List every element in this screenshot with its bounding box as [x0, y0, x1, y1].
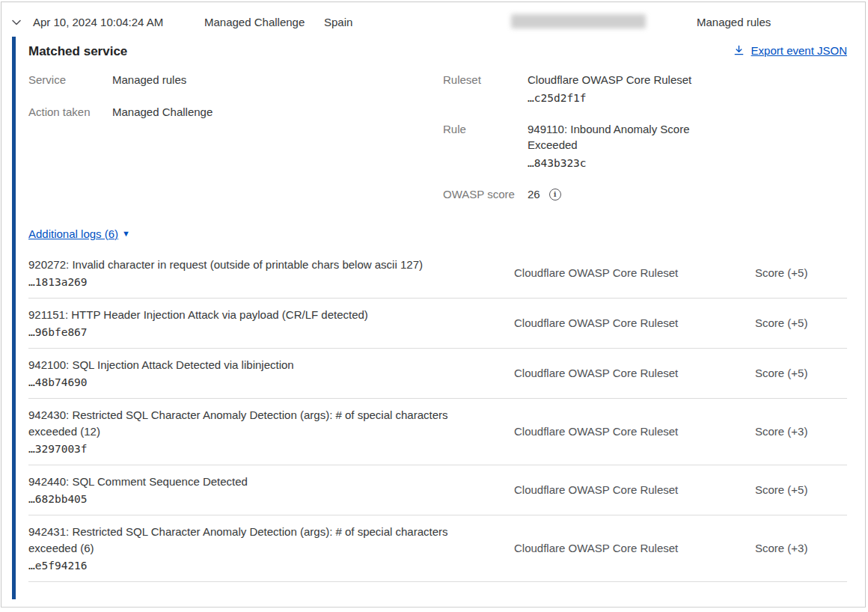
log-row: 942430: Restricted SQL Character Anomaly… [28, 399, 847, 465]
ruleset-name: Cloudflare OWASP Core Ruleset [528, 73, 691, 86]
field-value: 949110: Inbound Anomaly Score Exceeded …… [528, 121, 705, 171]
info-icon[interactable]: i [549, 189, 561, 201]
log-ruleset: Cloudflare OWASP Core Ruleset [514, 483, 701, 496]
additional-logs-table: 920272: Invalid character in request (ou… [28, 248, 847, 582]
field-label: Service [28, 72, 112, 88]
rule-name: 949110: Inbound Anomaly Score Exceeded [528, 123, 690, 151]
log-rule-description: 921151: HTTP Header Injection Attack via… [28, 307, 485, 323]
log-rule-description: 942100: SQL Injection Attack Detected vi… [28, 357, 485, 373]
export-event-json-label: Export event JSON [751, 44, 847, 57]
log-rule-description: 942430: Restricted SQL Character Anomaly… [28, 407, 485, 440]
log-row: 942440: SQL Comment Sequence Detected …6… [28, 465, 847, 515]
log-row: 920272: Invalid character in request (ou… [28, 248, 847, 299]
log-score: Score (+5) [755, 266, 843, 279]
log-score: Score (+3) [755, 542, 843, 554]
event-country: Spain [324, 16, 352, 28]
field-label: OWASP score [443, 186, 528, 202]
additional-logs-toggle[interactable]: Additional logs (6) ▼ [28, 227, 130, 240]
ruleset-id-hash: …c25d2f1f [528, 91, 691, 106]
event-panel: Apr 10, 2024 10:04:24 AM Managed Challen… [1, 1, 866, 608]
field-label: Ruleset [443, 72, 528, 106]
field-owasp-score: OWASP score 26 i [443, 186, 847, 202]
rule-id-hash: …843b323c [528, 156, 705, 171]
download-icon [733, 45, 745, 56]
log-score: Score (+5) [755, 483, 843, 496]
field-label: Action taken [28, 104, 112, 120]
log-score: Score (+5) [755, 316, 843, 329]
field-value: Cloudflare OWASP Core Ruleset …c25d2f1f [528, 72, 691, 106]
event-timestamp: Apr 10, 2024 10:04:24 AM [33, 16, 163, 28]
field-label: Rule [443, 121, 528, 171]
log-row: 921151: HTTP Header Injection Attack via… [28, 299, 847, 349]
log-rule-description: 920272: Invalid character in request (ou… [28, 257, 485, 273]
log-score: Score (+3) [755, 425, 843, 438]
field-ruleset: Ruleset Cloudflare OWASP Core Ruleset …c… [443, 72, 847, 106]
event-detail-panel: Matched service Export event JSON Servic… [1, 37, 865, 605]
event-service: Managed rules [697, 16, 771, 28]
log-ruleset: Cloudflare OWASP Core Ruleset [514, 542, 701, 554]
export-event-json-link[interactable]: Export event JSON [733, 44, 847, 57]
log-rule-description: 942440: SQL Comment Sequence Detected [28, 474, 485, 490]
owasp-score-value: 26 [528, 186, 540, 202]
field-value: Managed Challenge [112, 104, 213, 120]
selected-row-accent-bar [12, 37, 16, 599]
log-row: 942431: Restricted SQL Character Anomaly… [28, 515, 847, 582]
log-rule-id-hash: …682bb405 [28, 493, 485, 505]
log-rule-id-hash: …3297003f [28, 443, 485, 455]
matched-service-title: Matched service [28, 44, 127, 59]
event-action: Managed Challenge [204, 16, 305, 28]
log-ruleset: Cloudflare OWASP Core Ruleset [514, 266, 701, 279]
field-action-taken: Action taken Managed Challenge [28, 104, 443, 120]
field-value: 26 i [528, 186, 561, 202]
log-rule-id-hash: …1813a269 [28, 276, 485, 288]
redacted-hostname [511, 14, 646, 28]
log-score: Score (+5) [755, 367, 843, 379]
log-rule-id-hash: …96bfe867 [28, 326, 485, 338]
log-ruleset: Cloudflare OWASP Core Ruleset [514, 367, 701, 379]
log-rule-description: 942431: Restricted SQL Character Anomaly… [28, 524, 485, 557]
log-ruleset: Cloudflare OWASP Core Ruleset [514, 425, 701, 438]
event-row-header[interactable]: Apr 10, 2024 10:04:24 AM Managed Challen… [1, 2, 865, 37]
field-rule: Rule 949110: Inbound Anomaly Score Excee… [443, 121, 847, 171]
additional-logs-label: Additional logs (6) [28, 227, 118, 240]
chevron-down-icon[interactable] [10, 16, 22, 28]
caret-down-icon: ▼ [122, 230, 130, 238]
field-value: Managed rules [112, 72, 186, 88]
field-service: Service Managed rules [28, 72, 443, 88]
log-ruleset: Cloudflare OWASP Core Ruleset [514, 316, 701, 329]
log-rule-id-hash: …48b74690 [28, 376, 485, 388]
log-row: 942100: SQL Injection Attack Detected vi… [28, 349, 847, 399]
log-rule-id-hash: …e5f94216 [28, 560, 485, 572]
